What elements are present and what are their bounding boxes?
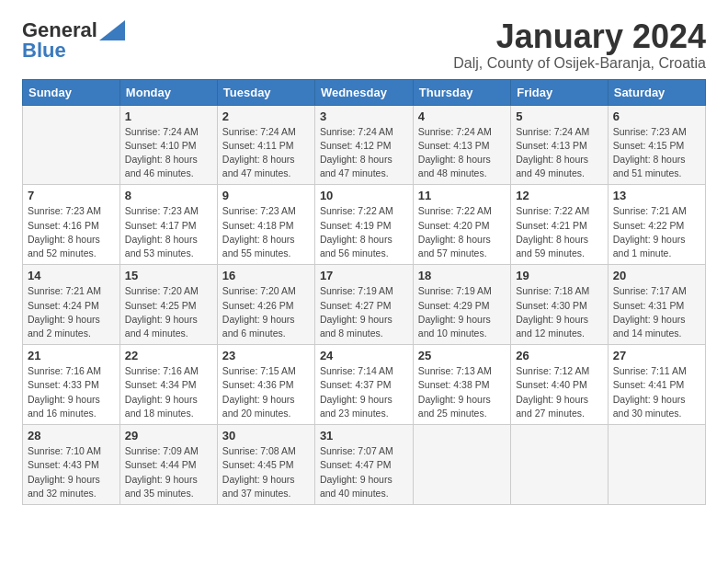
day-info: Sunrise: 7:23 AM Sunset: 4:15 PM Dayligh… [613, 125, 700, 181]
day-number: 6 [613, 109, 700, 123]
calendar-cell: 14Sunrise: 7:21 AM Sunset: 4:24 PM Dayli… [23, 265, 120, 345]
day-number: 1 [125, 109, 212, 123]
svg-marker-0 [99, 20, 125, 40]
calendar-cell: 23Sunrise: 7:15 AM Sunset: 4:36 PM Dayli… [217, 345, 314, 425]
day-number: 23 [222, 349, 310, 362]
page-title: January 2024 [453, 18, 706, 55]
day-number: 27 [613, 349, 700, 362]
day-number: 31 [320, 429, 408, 442]
day-info: Sunrise: 7:09 AM Sunset: 4:44 PM Dayligh… [125, 444, 212, 500]
header-day-monday: Monday [119, 79, 217, 105]
day-number: 5 [516, 109, 603, 123]
day-info: Sunrise: 7:22 AM Sunset: 4:20 PM Dayligh… [418, 204, 506, 260]
day-number: 19 [516, 269, 603, 282]
calendar-cell: 18Sunrise: 7:19 AM Sunset: 4:29 PM Dayli… [413, 265, 510, 345]
calendar-cell: 25Sunrise: 7:13 AM Sunset: 4:38 PM Dayli… [413, 345, 510, 425]
calendar-cell: 22Sunrise: 7:16 AM Sunset: 4:34 PM Dayli… [119, 345, 217, 425]
calendar-cell: 17Sunrise: 7:19 AM Sunset: 4:27 PM Dayli… [314, 265, 413, 345]
day-number: 4 [418, 109, 506, 123]
day-number: 8 [125, 189, 212, 202]
day-number: 11 [418, 189, 506, 202]
calendar-cell: 20Sunrise: 7:17 AM Sunset: 4:31 PM Dayli… [608, 265, 705, 345]
calendar-table: SundayMondayTuesdayWednesdayThursdayFrid… [22, 79, 706, 505]
calendar-week-row: 7Sunrise: 7:23 AM Sunset: 4:16 PM Daylig… [23, 185, 706, 265]
calendar-cell: 26Sunrise: 7:12 AM Sunset: 4:40 PM Dayli… [511, 345, 609, 425]
day-number: 9 [222, 189, 310, 202]
calendar-cell: 7Sunrise: 7:23 AM Sunset: 4:16 PM Daylig… [23, 185, 120, 265]
day-info: Sunrise: 7:14 AM Sunset: 4:37 PM Dayligh… [320, 364, 408, 420]
day-number: 24 [320, 349, 408, 362]
calendar-cell: 5Sunrise: 7:24 AM Sunset: 4:13 PM Daylig… [511, 105, 609, 185]
day-number: 30 [222, 429, 310, 442]
title-block: January 2024 Dalj, County of Osijek-Bara… [453, 18, 706, 72]
calendar-cell [413, 425, 510, 505]
day-info: Sunrise: 7:20 AM Sunset: 4:25 PM Dayligh… [125, 284, 212, 340]
day-info: Sunrise: 7:11 AM Sunset: 4:41 PM Dayligh… [613, 364, 700, 420]
day-info: Sunrise: 7:16 AM Sunset: 4:34 PM Dayligh… [125, 364, 212, 420]
calendar-cell: 30Sunrise: 7:08 AM Sunset: 4:45 PM Dayli… [217, 425, 314, 505]
calendar-cell: 27Sunrise: 7:11 AM Sunset: 4:41 PM Dayli… [608, 345, 705, 425]
calendar-cell: 21Sunrise: 7:16 AM Sunset: 4:33 PM Dayli… [23, 345, 120, 425]
day-number: 20 [613, 269, 700, 282]
day-number: 15 [125, 269, 212, 282]
page-subtitle: Dalj, County of Osijek-Baranja, Croatia [453, 55, 706, 72]
calendar-cell: 2Sunrise: 7:24 AM Sunset: 4:11 PM Daylig… [217, 105, 314, 185]
day-number: 29 [125, 429, 212, 442]
calendar-cell: 31Sunrise: 7:07 AM Sunset: 4:47 PM Dayli… [314, 425, 413, 505]
day-info: Sunrise: 7:21 AM Sunset: 4:22 PM Dayligh… [613, 204, 700, 260]
calendar-cell: 10Sunrise: 7:22 AM Sunset: 4:19 PM Dayli… [314, 185, 413, 265]
calendar-header: SundayMondayTuesdayWednesdayThursdayFrid… [23, 79, 706, 105]
calendar-week-row: 1Sunrise: 7:24 AM Sunset: 4:10 PM Daylig… [23, 105, 706, 185]
day-number: 18 [418, 269, 506, 282]
calendar-cell: 24Sunrise: 7:14 AM Sunset: 4:37 PM Dayli… [314, 345, 413, 425]
calendar-body: 1Sunrise: 7:24 AM Sunset: 4:10 PM Daylig… [23, 105, 706, 504]
day-info: Sunrise: 7:24 AM Sunset: 4:11 PM Dayligh… [222, 125, 310, 181]
calendar-cell: 1Sunrise: 7:24 AM Sunset: 4:10 PM Daylig… [119, 105, 217, 185]
calendar-cell: 9Sunrise: 7:23 AM Sunset: 4:18 PM Daylig… [217, 185, 314, 265]
day-info: Sunrise: 7:10 AM Sunset: 4:43 PM Dayligh… [28, 444, 115, 500]
day-info: Sunrise: 7:17 AM Sunset: 4:31 PM Dayligh… [613, 284, 700, 340]
day-info: Sunrise: 7:16 AM Sunset: 4:33 PM Dayligh… [28, 364, 115, 420]
day-info: Sunrise: 7:15 AM Sunset: 4:36 PM Dayligh… [222, 364, 310, 420]
calendar-cell: 8Sunrise: 7:23 AM Sunset: 4:17 PM Daylig… [119, 185, 217, 265]
day-info: Sunrise: 7:22 AM Sunset: 4:19 PM Dayligh… [320, 204, 408, 260]
logo-icon [99, 20, 125, 40]
day-number: 16 [222, 269, 310, 282]
day-info: Sunrise: 7:22 AM Sunset: 4:21 PM Dayligh… [516, 204, 603, 260]
day-info: Sunrise: 7:18 AM Sunset: 4:30 PM Dayligh… [516, 284, 603, 340]
calendar-cell [511, 425, 609, 505]
day-info: Sunrise: 7:23 AM Sunset: 4:18 PM Dayligh… [222, 204, 310, 260]
day-number: 3 [320, 109, 408, 123]
day-info: Sunrise: 7:20 AM Sunset: 4:26 PM Dayligh… [222, 284, 310, 340]
header-day-tuesday: Tuesday [217, 79, 314, 105]
day-info: Sunrise: 7:13 AM Sunset: 4:38 PM Dayligh… [418, 364, 506, 420]
day-number: 22 [125, 349, 212, 362]
calendar-cell: 13Sunrise: 7:21 AM Sunset: 4:22 PM Dayli… [608, 185, 705, 265]
day-info: Sunrise: 7:08 AM Sunset: 4:45 PM Dayligh… [222, 444, 310, 500]
calendar-cell: 16Sunrise: 7:20 AM Sunset: 4:26 PM Dayli… [217, 265, 314, 345]
calendar-cell: 29Sunrise: 7:09 AM Sunset: 4:44 PM Dayli… [119, 425, 217, 505]
day-number: 26 [516, 349, 603, 362]
day-info: Sunrise: 7:24 AM Sunset: 4:10 PM Dayligh… [125, 125, 212, 181]
calendar-cell: 11Sunrise: 7:22 AM Sunset: 4:20 PM Dayli… [413, 185, 510, 265]
day-info: Sunrise: 7:12 AM Sunset: 4:40 PM Dayligh… [516, 364, 603, 420]
calendar-cell [608, 425, 705, 505]
day-info: Sunrise: 7:07 AM Sunset: 4:47 PM Dayligh… [320, 444, 408, 500]
calendar-cell: 19Sunrise: 7:18 AM Sunset: 4:30 PM Dayli… [511, 265, 609, 345]
calendar-cell: 28Sunrise: 7:10 AM Sunset: 4:43 PM Dayli… [23, 425, 120, 505]
day-number: 2 [222, 109, 310, 123]
day-info: Sunrise: 7:21 AM Sunset: 4:24 PM Dayligh… [28, 284, 115, 340]
header-day-wednesday: Wednesday [314, 79, 413, 105]
day-info: Sunrise: 7:19 AM Sunset: 4:27 PM Dayligh… [320, 284, 408, 340]
calendar-cell: 15Sunrise: 7:20 AM Sunset: 4:25 PM Dayli… [119, 265, 217, 345]
day-number: 12 [516, 189, 603, 202]
day-number: 13 [613, 189, 700, 202]
day-number: 17 [320, 269, 408, 282]
day-number: 25 [418, 349, 506, 362]
day-number: 14 [28, 269, 115, 282]
day-number: 21 [28, 349, 115, 362]
header-day-sunday: Sunday [23, 79, 120, 105]
calendar-week-row: 14Sunrise: 7:21 AM Sunset: 4:24 PM Dayli… [23, 265, 706, 345]
calendar-cell: 12Sunrise: 7:22 AM Sunset: 4:21 PM Dayli… [511, 185, 609, 265]
header-day-saturday: Saturday [608, 79, 705, 105]
